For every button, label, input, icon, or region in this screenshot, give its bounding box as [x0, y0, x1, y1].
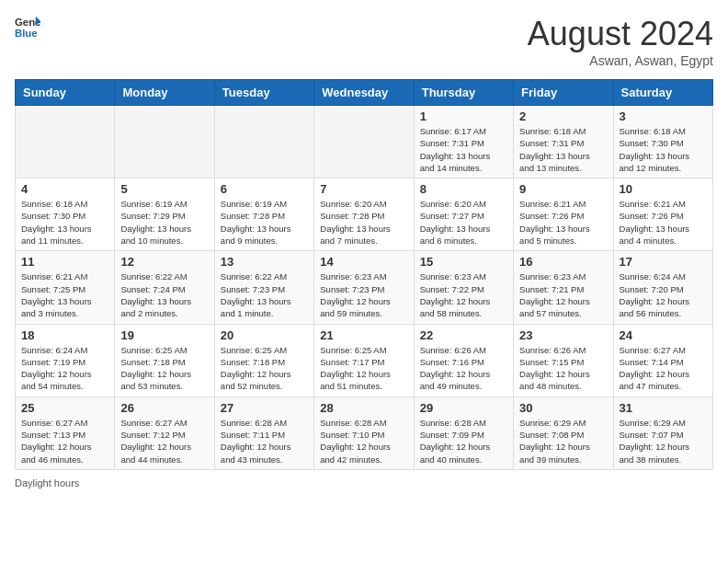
day-number: 23	[519, 328, 607, 342]
day-info: Sunrise: 6:22 AM Sunset: 7:23 PM Dayligh…	[221, 270, 308, 319]
day-number: 21	[320, 328, 407, 342]
calendar-week-row: 25Sunrise: 6:27 AM Sunset: 7:13 PM Dayli…	[16, 396, 713, 469]
calendar-cell: 22Sunrise: 6:26 AM Sunset: 7:16 PM Dayli…	[414, 324, 513, 396]
calendar-cell: 15Sunrise: 6:23 AM Sunset: 7:22 PM Dayli…	[414, 251, 513, 324]
calendar-cell: 18Sunrise: 6:24 AM Sunset: 7:19 PM Dayli…	[16, 324, 115, 396]
calendar-cell: 31Sunrise: 6:29 AM Sunset: 7:07 PM Dayli…	[613, 396, 712, 469]
day-number: 24	[620, 328, 707, 342]
day-info: Sunrise: 6:20 AM Sunset: 7:28 PM Dayligh…	[320, 198, 407, 247]
calendar-cell: 19Sunrise: 6:25 AM Sunset: 7:18 PM Dayli…	[115, 324, 214, 396]
calendar-cell: 6Sunrise: 6:19 AM Sunset: 7:28 PM Daylig…	[214, 178, 313, 251]
svg-text:Blue: Blue	[15, 28, 38, 39]
day-info: Sunrise: 6:25 AM Sunset: 7:17 PM Dayligh…	[320, 344, 407, 393]
day-number: 16	[519, 255, 607, 269]
day-info: Sunrise: 6:21 AM Sunset: 7:26 PM Dayligh…	[519, 198, 607, 247]
day-info: Sunrise: 6:26 AM Sunset: 7:15 PM Dayligh…	[519, 344, 607, 393]
day-info: Sunrise: 6:23 AM Sunset: 7:21 PM Dayligh…	[519, 270, 607, 319]
calendar-cell: 9Sunrise: 6:21 AM Sunset: 7:26 PM Daylig…	[514, 178, 613, 251]
day-number: 29	[420, 401, 507, 415]
calendar-cell: 10Sunrise: 6:21 AM Sunset: 7:26 PM Dayli…	[613, 178, 712, 251]
calendar-cell: 24Sunrise: 6:27 AM Sunset: 7:14 PM Dayli…	[613, 324, 712, 396]
logo-icon: General Blue	[15, 15, 40, 40]
day-number: 14	[320, 255, 407, 269]
calendar-cell: 11Sunrise: 6:21 AM Sunset: 7:25 PM Dayli…	[16, 251, 115, 324]
day-number: 15	[420, 255, 507, 269]
day-info: Sunrise: 6:25 AM Sunset: 7:18 PM Dayligh…	[221, 344, 308, 393]
day-info: Sunrise: 6:27 AM Sunset: 7:13 PM Dayligh…	[21, 417, 108, 465]
calendar-cell: 23Sunrise: 6:26 AM Sunset: 7:15 PM Dayli…	[514, 324, 613, 396]
calendar-cell	[214, 106, 313, 178]
calendar-cell: 25Sunrise: 6:27 AM Sunset: 7:13 PM Dayli…	[16, 396, 115, 469]
calendar-header-row: SundayMondayTuesdayWednesdayThursdayFrid…	[16, 80, 713, 106]
day-number: 17	[620, 255, 707, 269]
day-number: 2	[519, 109, 607, 123]
daylight-hours-label: Daylight hours	[15, 477, 79, 488]
day-info: Sunrise: 6:21 AM Sunset: 7:26 PM Dayligh…	[620, 198, 707, 247]
calendar-cell	[314, 106, 414, 178]
day-info: Sunrise: 6:23 AM Sunset: 7:23 PM Dayligh…	[320, 270, 407, 319]
day-info: Sunrise: 6:18 AM Sunset: 7:31 PM Dayligh…	[519, 125, 607, 174]
calendar-cell: 7Sunrise: 6:20 AM Sunset: 7:28 PM Daylig…	[314, 178, 414, 251]
day-info: Sunrise: 6:24 AM Sunset: 7:20 PM Dayligh…	[620, 270, 707, 319]
day-number: 12	[120, 255, 208, 269]
calendar-cell: 30Sunrise: 6:29 AM Sunset: 7:08 PM Dayli…	[514, 396, 613, 469]
calendar-cell	[16, 106, 115, 178]
calendar-cell: 17Sunrise: 6:24 AM Sunset: 7:20 PM Dayli…	[613, 251, 712, 324]
day-info: Sunrise: 6:19 AM Sunset: 7:29 PM Dayligh…	[120, 198, 208, 247]
location: Aswan, Aswan, Egypt	[528, 53, 713, 68]
calendar-cell: 26Sunrise: 6:27 AM Sunset: 7:12 PM Dayli…	[115, 396, 214, 469]
day-number: 20	[221, 328, 308, 342]
day-number: 30	[519, 401, 607, 415]
calendar-day-header: Saturday	[613, 80, 712, 106]
calendar-cell: 14Sunrise: 6:23 AM Sunset: 7:23 PM Dayli…	[314, 251, 414, 324]
calendar-cell: 13Sunrise: 6:22 AM Sunset: 7:23 PM Dayli…	[214, 251, 313, 324]
calendar-cell: 20Sunrise: 6:25 AM Sunset: 7:18 PM Dayli…	[214, 324, 313, 396]
day-info: Sunrise: 6:27 AM Sunset: 7:14 PM Dayligh…	[620, 344, 707, 393]
day-info: Sunrise: 6:28 AM Sunset: 7:11 PM Dayligh…	[221, 417, 308, 465]
calendar-day-header: Thursday	[414, 80, 513, 106]
calendar-cell: 27Sunrise: 6:28 AM Sunset: 7:11 PM Dayli…	[214, 396, 313, 469]
calendar-cell: 21Sunrise: 6:25 AM Sunset: 7:17 PM Dayli…	[314, 324, 414, 396]
day-info: Sunrise: 6:17 AM Sunset: 7:31 PM Dayligh…	[420, 125, 507, 174]
calendar-cell	[115, 106, 214, 178]
logo: General Blue	[15, 15, 40, 40]
day-number: 26	[120, 401, 208, 415]
day-info: Sunrise: 6:20 AM Sunset: 7:27 PM Dayligh…	[420, 198, 507, 247]
calendar-cell: 29Sunrise: 6:28 AM Sunset: 7:09 PM Dayli…	[414, 396, 513, 469]
day-number: 10	[620, 182, 707, 196]
title-area: August 2024 Aswan, Aswan, Egypt	[528, 15, 713, 68]
calendar-cell: 5Sunrise: 6:19 AM Sunset: 7:29 PM Daylig…	[115, 178, 214, 251]
day-info: Sunrise: 6:25 AM Sunset: 7:18 PM Dayligh…	[120, 344, 208, 393]
day-number: 11	[21, 255, 108, 269]
calendar-cell: 12Sunrise: 6:22 AM Sunset: 7:24 PM Dayli…	[115, 251, 214, 324]
footer: Daylight hours	[15, 477, 713, 488]
calendar-day-header: Sunday	[16, 80, 115, 106]
calendar-week-row: 18Sunrise: 6:24 AM Sunset: 7:19 PM Dayli…	[16, 324, 713, 396]
day-info: Sunrise: 6:29 AM Sunset: 7:08 PM Dayligh…	[519, 417, 607, 465]
day-number: 19	[120, 328, 208, 342]
day-number: 5	[120, 182, 208, 196]
calendar-cell: 4Sunrise: 6:18 AM Sunset: 7:30 PM Daylig…	[16, 178, 115, 251]
day-number: 22	[420, 328, 507, 342]
calendar-table: SundayMondayTuesdayWednesdayThursdayFrid…	[15, 79, 713, 470]
calendar-cell: 1Sunrise: 6:17 AM Sunset: 7:31 PM Daylig…	[414, 106, 513, 178]
calendar-day-header: Tuesday	[214, 80, 313, 106]
day-number: 28	[320, 401, 407, 415]
calendar-cell: 3Sunrise: 6:18 AM Sunset: 7:30 PM Daylig…	[613, 106, 712, 178]
day-number: 4	[21, 182, 108, 196]
day-number: 31	[620, 401, 707, 415]
day-info: Sunrise: 6:18 AM Sunset: 7:30 PM Dayligh…	[21, 198, 108, 247]
day-info: Sunrise: 6:18 AM Sunset: 7:30 PM Dayligh…	[620, 125, 707, 174]
day-info: Sunrise: 6:19 AM Sunset: 7:28 PM Dayligh…	[221, 198, 308, 247]
day-number: 8	[420, 182, 507, 196]
day-number: 18	[21, 328, 108, 342]
day-info: Sunrise: 6:27 AM Sunset: 7:12 PM Dayligh…	[120, 417, 208, 465]
day-number: 25	[21, 401, 108, 415]
calendar-cell: 2Sunrise: 6:18 AM Sunset: 7:31 PM Daylig…	[514, 106, 613, 178]
day-info: Sunrise: 6:29 AM Sunset: 7:07 PM Dayligh…	[620, 417, 707, 465]
day-number: 1	[420, 109, 507, 123]
day-info: Sunrise: 6:28 AM Sunset: 7:10 PM Dayligh…	[320, 417, 407, 465]
day-number: 3	[620, 109, 707, 123]
calendar-cell: 28Sunrise: 6:28 AM Sunset: 7:10 PM Dayli…	[314, 396, 414, 469]
day-number: 27	[221, 401, 308, 415]
